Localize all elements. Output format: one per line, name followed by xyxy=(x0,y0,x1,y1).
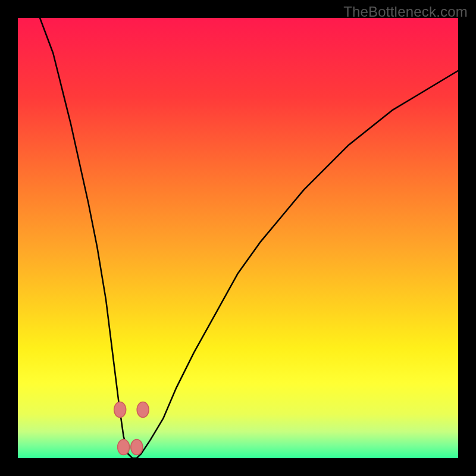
watermark-text: TheBottleneck.com xyxy=(343,4,468,20)
bottleneck-chart xyxy=(18,18,458,458)
curve-marker-0 xyxy=(114,402,126,418)
chart-frame: TheBottleneck.com xyxy=(0,0,476,476)
curve-marker-3 xyxy=(137,402,149,418)
curve-marker-1 xyxy=(118,440,130,455)
plot-area xyxy=(18,18,458,458)
curve-marker-2 xyxy=(131,440,143,455)
heatmap-gradient xyxy=(18,18,458,458)
